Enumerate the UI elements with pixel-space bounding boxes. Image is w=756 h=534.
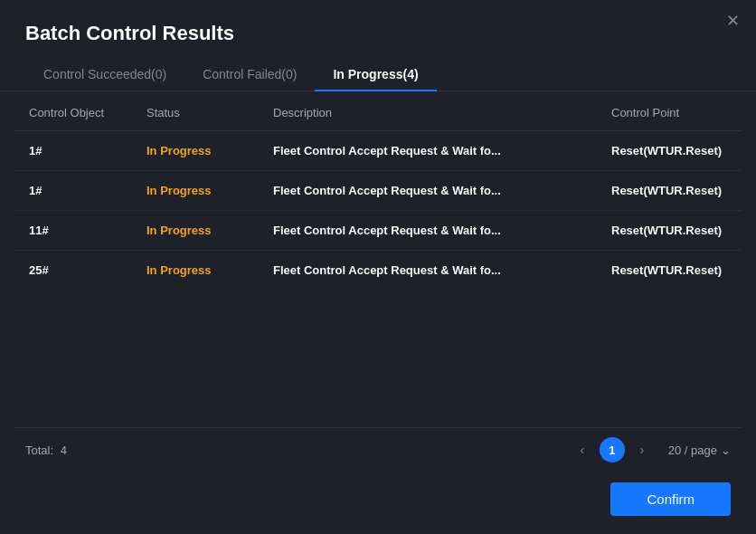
page-size-selector[interactable]: 20 / page ⌄ (668, 443, 731, 457)
cell-description-1: Fleet Control Accept Request & Wait fo..… (259, 171, 597, 211)
col-header-object: Control Object (14, 95, 132, 131)
tab-succeeded[interactable]: Control Succeeded(0) (25, 60, 184, 91)
cell-object-0: 1# (14, 131, 132, 171)
col-header-description: Description (259, 95, 597, 131)
cell-status-1: In Progress (132, 171, 259, 211)
col-header-status: Status (132, 95, 259, 131)
cell-object-3: 25# (14, 251, 132, 291)
cell-description-3: Fleet Control Accept Request & Wait fo..… (259, 251, 597, 291)
cell-control-point-3: Reset(WTUR.Reset) (597, 251, 742, 291)
col-header-control-point: Control Point (597, 95, 742, 131)
next-page-button[interactable]: › (630, 438, 654, 462)
pagination-bar: Total: 4 ‹ 1 › 20 / page ⌄ (0, 428, 756, 472)
table-row: 1# In Progress Fleet Control Accept Requ… (14, 171, 742, 211)
cell-control-point-2: Reset(WTUR.Reset) (597, 211, 742, 251)
cell-description-2: Fleet Control Accept Request & Wait fo..… (259, 211, 597, 251)
cell-status-0: In Progress (132, 131, 259, 171)
dialog-footer: Confirm (0, 472, 756, 534)
table-row: 11# In Progress Fleet Control Accept Req… (14, 211, 742, 251)
chevron-down-icon: ⌄ (721, 443, 731, 457)
tab-failed[interactable]: Control Failed(0) (184, 60, 315, 91)
cell-description-0: Fleet Control Accept Request & Wait fo..… (259, 131, 597, 171)
tab-bar: Control Succeeded(0) Control Failed(0) I… (0, 60, 756, 91)
pagination-controls: ‹ 1 › 20 / page ⌄ (571, 437, 731, 462)
confirm-button[interactable]: Confirm (610, 482, 731, 516)
results-table: Control Object Status Description Contro… (14, 95, 742, 290)
cell-object-2: 11# (14, 211, 132, 251)
cell-object-1: 1# (14, 171, 132, 211)
pagination-total: Total: 4 (25, 443, 563, 457)
table-row: 25# In Progress Fleet Control Accept Req… (14, 251, 742, 291)
close-button[interactable]: ✕ (726, 13, 740, 29)
cell-control-point-1: Reset(WTUR.Reset) (597, 171, 742, 211)
cell-control-point-0: Reset(WTUR.Reset) (597, 131, 742, 171)
table-header-row: Control Object Status Description Contro… (14, 95, 742, 131)
current-page[interactable]: 1 (600, 437, 625, 462)
prev-page-button[interactable]: ‹ (571, 438, 594, 462)
batch-control-dialog: ✕ Batch Control Results Control Succeede… (0, 0, 756, 534)
dialog-title: Batch Control Results (0, 0, 756, 60)
table-row: 1# In Progress Fleet Control Accept Requ… (14, 131, 742, 171)
tab-inprogress[interactable]: In Progress(4) (315, 60, 436, 91)
table-container: Control Object Status Description Contro… (0, 91, 756, 427)
cell-status-3: In Progress (132, 251, 259, 291)
cell-status-2: In Progress (132, 211, 259, 251)
